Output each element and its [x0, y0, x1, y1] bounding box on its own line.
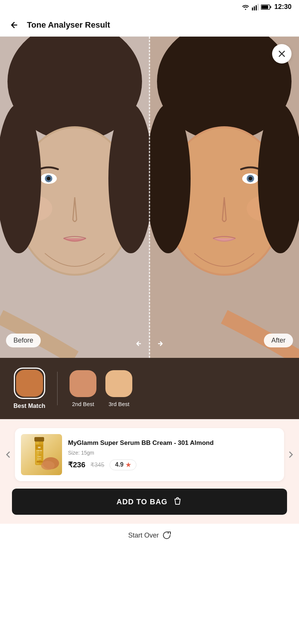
refresh-icon	[163, 531, 171, 539]
status-icons	[241, 4, 271, 10]
product-info: MyGlamm Super Serum BB Cream - 301 Almon…	[68, 439, 278, 470]
current-price: ₹236	[68, 460, 85, 469]
third-best-label: 3rd Best	[108, 401, 129, 407]
svg-rect-31	[34, 437, 44, 442]
svg-text:7 DAYS: 7 DAYS	[37, 456, 41, 458]
svg-point-39	[41, 461, 55, 470]
bag-icon	[173, 497, 182, 507]
svg-rect-6	[270, 6, 271, 8]
face-compare-container[interactable]: Before After	[0, 37, 299, 358]
svg-rect-3	[258, 4, 259, 10]
compare-divider	[149, 37, 150, 358]
svg-rect-5	[261, 5, 268, 9]
face-before	[0, 37, 150, 358]
status-bar: 12:30	[0, 0, 299, 14]
status-time: 12:30	[274, 3, 292, 11]
compare-arrows[interactable]	[136, 340, 163, 347]
page-title: Tone Analyser Result	[27, 20, 110, 30]
product-name: MyGlamm Super Serum BB Cream - 301 Almon…	[68, 439, 278, 447]
wifi-icon	[241, 4, 250, 10]
svg-rect-2	[256, 5, 257, 10]
product-card: BB CREAM SPF 50 7 DAYS 24 HRS MyGlamm Su…	[15, 428, 284, 481]
svg-point-23	[249, 177, 252, 180]
svg-text:CREAM: CREAM	[37, 450, 42, 452]
battery-icon	[261, 4, 271, 10]
second-best-label: 2nd Best	[72, 401, 94, 407]
face-after	[150, 37, 299, 358]
svg-rect-1	[254, 6, 255, 10]
close-button[interactable]	[272, 44, 292, 64]
swatch-best-match[interactable]: Best Match	[9, 365, 50, 412]
add-to-bag-button[interactable]: ADD TO BAG	[12, 489, 287, 515]
rating-value: 4.9	[115, 461, 123, 468]
product-carousel: BB CREAM SPF 50 7 DAYS 24 HRS MyGlamm Su…	[6, 428, 293, 481]
before-label: Before	[6, 334, 41, 347]
product-image: BB CREAM SPF 50 7 DAYS 24 HRS	[21, 434, 62, 475]
carousel-prev-button[interactable]	[1, 448, 15, 461]
swatches-section: Best Match 2nd Best 3rd Best	[0, 358, 299, 419]
after-label: After	[264, 334, 293, 347]
start-over-label: Start Over	[128, 532, 159, 539]
third-best-color	[105, 370, 132, 397]
second-best-color	[70, 370, 96, 397]
svg-rect-0	[252, 7, 253, 10]
star-icon: ★	[126, 461, 131, 468]
header: Tone Analyser Result	[0, 14, 299, 37]
svg-text:BB: BB	[38, 446, 41, 449]
rating-badge: 4.9 ★	[110, 459, 136, 470]
swatch-second-best[interactable]: 2nd Best	[70, 370, 96, 407]
svg-point-13	[47, 177, 50, 180]
original-price: ₹345	[90, 461, 104, 468]
best-match-label: Best Match	[13, 403, 45, 409]
best-match-color	[16, 370, 43, 397]
add-to-bag-label: ADD TO BAG	[117, 498, 167, 506]
back-button[interactable]	[7, 18, 21, 32]
product-section: BB CREAM SPF 50 7 DAYS 24 HRS MyGlamm Su…	[0, 419, 299, 524]
swatch-divider-1	[57, 372, 58, 405]
product-pricing: ₹236 ₹345 4.9 ★	[68, 459, 278, 470]
swatch-third-best[interactable]: 3rd Best	[105, 370, 132, 407]
product-size: Size: 15gm	[68, 450, 278, 456]
carousel-next-button[interactable]	[284, 448, 298, 461]
svg-text:24 HRS: 24 HRS	[37, 458, 41, 460]
svg-rect-40	[37, 461, 43, 462]
signal-icon	[252, 4, 259, 10]
start-over-section[interactable]: Start Over	[0, 524, 299, 547]
svg-text:SPF 50: SPF 50	[37, 452, 41, 454]
